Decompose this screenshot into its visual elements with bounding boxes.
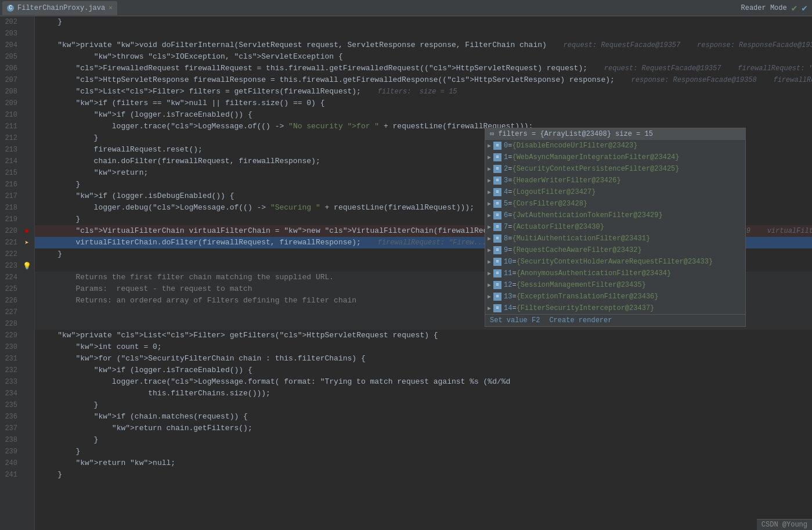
gutter-line: 229 <box>0 330 34 341</box>
line-number: 221 <box>0 239 22 247</box>
line-number: 218 <box>0 204 22 212</box>
file-tab[interactable]: C FilterChainProxy.java × <box>2 1 117 15</box>
debug-expand-arrow: ▶ <box>488 142 491 149</box>
line-number: 230 <box>0 343 22 351</box>
code-line: logger.trace("cls">LogMessage.format( fo… <box>35 376 812 388</box>
tab-close-button[interactable]: × <box>109 5 113 12</box>
code-line: } <box>35 469 812 481</box>
debug-list-item[interactable]: ▶ ≡ 14 = {FilterSecurityInterceptor@2343… <box>485 302 745 314</box>
gutter-line: 211 <box>0 121 34 132</box>
line-gutter: 2022032042052062072082092102112122132142… <box>0 16 35 530</box>
debug-list-item[interactable]: ▶ ≡ 6 = {JwtAuthenticationTokenFilter@23… <box>485 210 745 221</box>
debug-set-value[interactable]: Set value F2 <box>490 316 540 325</box>
debug-item-eq: = <box>508 211 512 219</box>
debug-list-item[interactable]: ▶ ≡ 13 = {ExceptionTranslationFilter@234… <box>485 291 745 302</box>
green-check-icon: ✔ <box>792 2 797 14</box>
debug-item-value: {SessionManagementFilter@23435} <box>517 281 646 289</box>
debug-item-value: {FilterSecurityInterceptor@23437} <box>517 304 655 312</box>
code-line: "kw">private "cls">List<"cls">Filter> ge… <box>35 330 812 341</box>
debug-item-eq: = <box>512 293 516 301</box>
debug-expand-arrow: ▶ <box>488 212 491 219</box>
debug-list-item[interactable]: ▶ ≡ 12 = {SessionManagementFilter@23435} <box>485 279 745 291</box>
debug-expand-arrow: ▶ <box>488 270 491 277</box>
debug-item-index: 1 <box>504 153 508 161</box>
debug-create-renderer[interactable]: Create renderer <box>549 316 612 325</box>
gutter-icon[interactable]: ➤ <box>22 239 31 247</box>
debug-list-item[interactable]: ▶ ≡ 8 = {MultiAuthenticationFilter@23431… <box>485 233 745 244</box>
debug-list-item[interactable]: ▶ ≡ 7 = {ActuatorFilter@23430} <box>485 221 745 233</box>
gutter-line: 220● <box>0 225 34 237</box>
line-number: 228 <box>0 320 22 328</box>
line-number: 232 <box>0 366 22 374</box>
debug-item-eq: = <box>512 281 516 289</box>
debug-list-item[interactable]: ▶ ≡ 4 = {LogoutFilter@23427} <box>485 186 745 198</box>
gutter-line: 218 <box>0 202 34 214</box>
line-number: 208 <box>0 88 22 96</box>
gutter-line: 240 <box>0 457 34 469</box>
debug-item-icon: ≡ <box>493 269 501 277</box>
debug-list-item[interactable]: ▶ ≡ 0 = {DisableEncodeUrlFilter@23423} <box>485 140 745 152</box>
debug-item-value: {MultiAuthenticationFilter@23431} <box>512 235 650 243</box>
code-line: "kw">if (chain.matches(request)) { <box>35 411 812 423</box>
debug-item-icon: ≡ <box>493 176 501 185</box>
debug-list-item[interactable]: ▶ ≡ 2 = {SecurityContextPersistenceFilte… <box>485 163 745 175</box>
gutter-line: 234 <box>0 388 34 399</box>
debug-item-icon: ≡ <box>493 258 501 266</box>
debug-item-value: {SecurityContextPersistenceFilter@23425} <box>512 165 679 173</box>
debug-item-value: {ActuatorFilter@23430} <box>512 223 604 231</box>
debug-item-icon: ≡ <box>493 211 501 219</box>
line-number: 241 <box>0 471 22 479</box>
line-number: 226 <box>0 297 22 305</box>
debug-item-icon: ≡ <box>493 304 501 312</box>
debug-item-icon: ≡ <box>493 142 501 150</box>
debug-item-icon: ≡ <box>493 281 501 289</box>
gutter-line: 208 <box>0 86 34 98</box>
reader-mode-label[interactable]: Reader Mode <box>741 4 787 12</box>
debug-expand-arrow: ▶ <box>488 305 491 312</box>
line-number: 214 <box>0 157 22 165</box>
gutter-icon[interactable]: ● <box>22 226 31 236</box>
line-number: 207 <box>0 76 22 84</box>
debug-list-item[interactable]: ▶ ≡ 10 = {SecurityContextHolderAwareRequ… <box>485 256 745 268</box>
gutter-line: 204 <box>0 39 34 51</box>
debug-list-item[interactable]: ▶ ≡ 5 = {CorsFilter@23428} <box>485 198 745 210</box>
debug-list-item[interactable]: ▶ ≡ 3 = {HeaderWriterFilter@23426} <box>485 175 745 186</box>
debug-list-item[interactable]: ▶ ≡ 11 = {AnonymousAuthenticationFilter@… <box>485 268 745 279</box>
gutter-icon[interactable]: 💡 <box>22 262 31 271</box>
line-number: 227 <box>0 308 22 316</box>
line-number: 216 <box>0 181 22 189</box>
line-number: 229 <box>0 331 22 340</box>
gutter-line: 217 <box>0 190 34 202</box>
code-line: "kw">return "kw">null; <box>35 457 812 469</box>
debug-expand-arrow: ▶ <box>488 282 491 289</box>
top-controls: Reader Mode ✔ ✔ <box>741 2 808 14</box>
code-line: "kw">private "kw">void doFilterInternal(… <box>35 39 812 51</box>
code-line: "cls">FirewalledRequest firewallRequest … <box>35 63 812 74</box>
gutter-line: 228 <box>0 318 34 330</box>
line-number: 236 <box>0 413 22 421</box>
debug-item-eq: = <box>512 269 516 277</box>
gutter-line: 231 <box>0 353 34 365</box>
line-number: 235 <box>0 401 22 409</box>
debug-item-index: 2 <box>504 165 508 173</box>
debug-item-index: 12 <box>504 281 512 289</box>
code-line <box>35 28 812 39</box>
gutter-line: 213 <box>0 144 34 156</box>
gutter-line: 233 <box>0 376 34 388</box>
debug-items-list: ▶ ≡ 0 = {DisableEncodeUrlFilter@23423} ▶… <box>485 140 745 314</box>
debug-expand-arrow: ▶ <box>488 200 491 207</box>
debug-item-index: 4 <box>504 188 508 196</box>
debug-popup[interactable]: ∞ filters = {ArrayList@23408} size = 15 … <box>485 128 746 327</box>
debug-item-value: {ExceptionTranslationFilter@23436} <box>517 293 659 301</box>
line-number: 238 <box>0 436 22 444</box>
debug-expand-arrow: ▶ <box>488 223 491 230</box>
code-line: } <box>35 434 812 446</box>
debug-list-item[interactable]: ▶ ≡ 9 = {RequestCacheAwareFilter@23432} <box>485 244 745 256</box>
code-line: } <box>35 446 812 457</box>
gutter-line: 225 <box>0 283 34 295</box>
debug-expand-arrow: ▶ <box>488 154 491 161</box>
debug-item-icon: ≡ <box>493 165 501 173</box>
debug-list-item[interactable]: ▶ ≡ 1 = {WebAsyncManagerIntegrationFilte… <box>485 152 745 163</box>
status-bar: CSDN @Young <box>757 519 812 530</box>
debug-item-index: 10 <box>504 258 512 266</box>
